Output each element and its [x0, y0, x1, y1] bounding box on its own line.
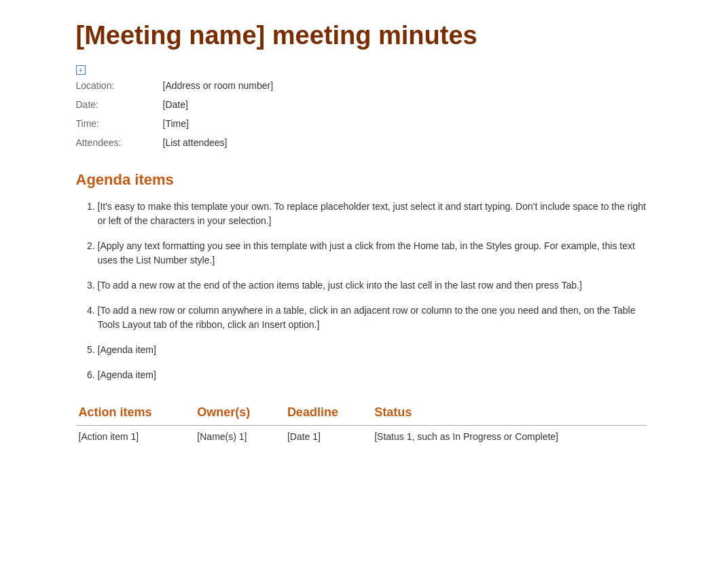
- agenda-list: [It's easy to make this template your ow…: [76, 200, 647, 382]
- table-move-handle[interactable]: +: [76, 65, 86, 75]
- action-table-header-row: Action itemsOwner(s)DeadlineStatus: [76, 401, 647, 426]
- info-row: Location:[Address or room number]: [76, 76, 279, 95]
- agenda-item[interactable]: [To add a new row or column anywhere in …: [98, 304, 647, 332]
- meeting-info-table: Location:[Address or room number]Date:[D…: [76, 76, 279, 152]
- action-items-section: Action itemsOwner(s)DeadlineStatus [Acti…: [76, 401, 647, 447]
- action-table-col-header: Owner(s): [194, 401, 285, 426]
- agenda-item[interactable]: [Agenda item]: [98, 368, 647, 382]
- info-value[interactable]: [Date]: [158, 95, 279, 114]
- info-row: Date:[Date]: [76, 95, 279, 114]
- action-items-table: Action itemsOwner(s)DeadlineStatus [Acti…: [76, 401, 647, 447]
- agenda-item[interactable]: [To add a new row at the end of the acti…: [98, 278, 647, 293]
- action-table-cell-owner[interactable]: [Name(s) 1]: [194, 425, 285, 447]
- action-table-cell-action[interactable]: [Action item 1]: [76, 425, 195, 447]
- info-label: Date:: [76, 95, 158, 114]
- agenda-item[interactable]: [It's easy to make this template your ow…: [98, 200, 647, 228]
- info-row: Time:[Time]: [76, 114, 279, 133]
- info-label: Attendees:: [76, 133, 158, 152]
- agenda-item[interactable]: [Agenda item]: [98, 343, 647, 357]
- action-table-col-header: Deadline: [285, 401, 372, 426]
- info-value[interactable]: [Time]: [158, 114, 279, 133]
- action-table-cell-status[interactable]: [Status 1, such as In Progress or Comple…: [372, 425, 646, 447]
- action-table-col-header: Action items: [76, 401, 195, 426]
- info-label: Time:: [76, 114, 158, 133]
- info-row: Attendees:[List attendees]: [76, 133, 279, 152]
- action-table-col-header: Status: [372, 401, 646, 426]
- agenda-section-heading: Agenda items: [76, 171, 647, 189]
- agenda-item[interactable]: [Apply any text formatting you see in th…: [98, 239, 647, 268]
- action-table-cell-deadline[interactable]: [Date 1]: [285, 425, 372, 447]
- info-label: Location:: [76, 76, 158, 95]
- document-title: [Meeting name] meeting minutes: [76, 20, 647, 52]
- info-value[interactable]: [Address or room number]: [158, 76, 279, 95]
- action-table-row: [Action item 1][Name(s) 1][Date 1][Statu…: [76, 425, 647, 447]
- info-value[interactable]: [List attendees]: [158, 133, 279, 152]
